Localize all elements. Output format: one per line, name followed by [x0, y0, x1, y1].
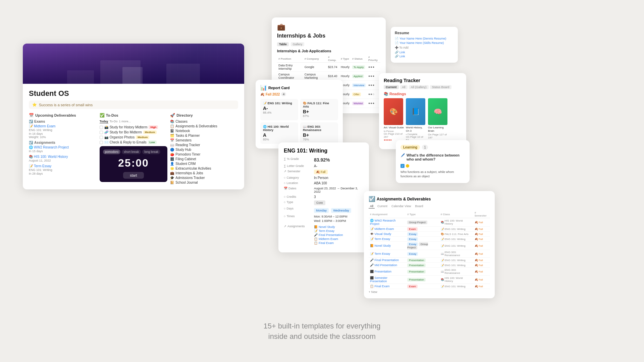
course-eng303: 📖 ENG 303: Renaissance B+ 76%	[300, 122, 338, 144]
dir-crm[interactable]: 👤 Student CRM	[170, 162, 238, 166]
semester-text: Fall 2022	[266, 93, 280, 96]
assign-row-5: 📙 Novel Study Essay Group Project 📝 ENG …	[369, 242, 490, 250]
col-status: # Status	[351, 55, 367, 63]
assign-tab-current[interactable]: Current	[376, 204, 389, 208]
category-value: In Person	[314, 176, 328, 180]
assign-item-ww2: 🌐 WW2 Research Project In 15 days	[29, 145, 97, 153]
assign-name-8: 🎤 Mid Presentation	[369, 263, 406, 268]
resume-item-2[interactable]: 📄 Your Name Here (Skills Resume)	[395, 41, 454, 45]
tab-todo[interactable]: To-Do	[110, 120, 118, 123]
dir-filing[interactable]: 🗄️ Filing Cabinet	[170, 157, 238, 161]
dir-tasks[interactable]: 🗂️ Tasks & Planner	[170, 134, 238, 137]
assign-item-his: 📚 HIS 100: World History August 11, 2022	[29, 155, 97, 162]
todo-bio-label: Study for Bio Midterm	[110, 130, 142, 134]
pomodoro-box: pomodoro short break long break 25:00 st…	[100, 146, 168, 182]
cat-icon: ○	[284, 176, 285, 179]
assignments-subheader: ☑️ Assignments	[29, 141, 97, 144]
col-priority: # Priority	[367, 55, 380, 63]
dir-extracurricular[interactable]: 🌟 Extracurricular Activities	[170, 167, 238, 170]
dir-pomodoro[interactable]: 🍅 Pomodoro Timer	[170, 153, 238, 156]
essay-title: 📝 Term Essay	[29, 164, 97, 168]
pomodoro-start-button[interactable]: start	[123, 172, 144, 179]
assign-novel[interactable]: 📙 Novel Study	[314, 225, 343, 229]
arr-icon: ↗	[284, 225, 286, 228]
assign-sem-5: 🍂 Fall	[473, 242, 490, 250]
dir-journal[interactable]: 📔 School Journal	[170, 181, 238, 184]
assign-midterm[interactable]: 📋 Midterm Exam	[314, 237, 343, 241]
read-tab-board[interactable]: Status Board	[430, 85, 451, 89]
book-cover-3: 🧠	[428, 98, 447, 125]
assign-final-exam[interactable]: 📋 Final Exam	[314, 241, 343, 245]
tab-today[interactable]: Today	[100, 120, 108, 123]
eng-pct-row: ∑ % Grade 83.92%	[284, 157, 364, 163]
todo-check-bio[interactable]	[100, 131, 103, 134]
loc-icon: ○	[284, 181, 285, 185]
dir-classes[interactable]: 📚 Classes	[170, 120, 238, 123]
read-tab-current[interactable]: Current	[384, 85, 399, 89]
assign-name-2: 📝 Midterm Exam	[369, 227, 406, 232]
int-pos-1: Data Entry Internship	[277, 63, 303, 72]
class-icon-7: 📝	[441, 259, 444, 262]
dir-classes-icon: 📚	[170, 120, 174, 123]
dir-study-hub[interactable]: 🔵 Study Hub	[170, 148, 238, 152]
assign-sem-9: 🍂 Fall	[473, 268, 490, 276]
todo-check[interactable]	[100, 126, 103, 129]
dir-internships[interactable]: 💼 Internships & Jobs	[170, 171, 238, 175]
assign-tab-calendar[interactable]: Calendar View	[390, 204, 412, 208]
plus-icon: ➕	[395, 46, 398, 49]
int-tab-table[interactable]: Table	[277, 42, 289, 46]
sem-icon: ↗	[284, 170, 286, 173]
pomo-tab-short[interactable]: short break	[122, 149, 141, 154]
assign-tab-all[interactable]: All	[369, 204, 375, 208]
directory-section: 🚀 Directory 📚 Classes 📋 Assignments & De…	[170, 113, 238, 185]
assignments-label: Assignments	[34, 141, 55, 144]
read-tab-all[interactable]: All	[400, 85, 408, 89]
pomo-tab-pomo[interactable]: pomodoro	[103, 149, 121, 154]
pct-icon: ∑	[284, 157, 286, 161]
assign-type-8: Presentation	[406, 263, 439, 268]
checkbox-icon: ✅	[100, 113, 105, 118]
assign-class-11: 📝 ENG 101: Writing	[439, 284, 473, 289]
todo-emails: ✉️ Check & Reply to Emails Low	[100, 140, 168, 144]
tab-more[interactable]: 1 more...	[119, 120, 131, 123]
resume-link-1[interactable]: 🔗 Link	[395, 51, 454, 54]
assign-row-7: 🎤 Final Presentation Presentation 📝 ENG …	[369, 258, 490, 263]
upcoming-header: 📅 Upcoming Deliverables	[29, 113, 97, 118]
int-co-2: Campus Marketing	[303, 72, 327, 81]
todo-history-icon: 📸	[104, 125, 108, 129]
book-progress-1: On Page 210 of 267	[384, 132, 404, 138]
course-name-3: 🌐 HIS 100: World History	[263, 125, 296, 132]
dir-reading[interactable]: 📖 Reading Tracker	[170, 143, 238, 147]
assign-term[interactable]: 📝 Term Essay	[314, 229, 343, 233]
student-os-card: Student OS ⭐ Success is a series of smal…	[23, 44, 244, 189]
assign-final-pres[interactable]: 🎤 Final Presentation	[314, 233, 343, 237]
new-row-button[interactable]: + New	[369, 290, 490, 294]
col-position: # Position	[277, 55, 303, 63]
dates-value: August 23, 2022 → December 3, 2022	[314, 187, 364, 193]
assign-sem-4: 🍂 Fall	[473, 237, 490, 242]
dir-notebook[interactable]: 📓 Notebook	[170, 129, 238, 133]
dir-assign-icon: 📋	[170, 124, 174, 128]
assign-tabs: All Current Calendar View Board	[369, 204, 490, 208]
assign-table: # Assignment # Type # Class # Semester 🌐…	[369, 210, 490, 289]
todo-bio-icon: 🧬	[104, 130, 108, 134]
dir-assignments[interactable]: 📋 Assignments & Deliverables	[170, 124, 238, 128]
directory-header: 🚀 Directory	[170, 113, 238, 118]
eng-type-row: ○ Type Core	[284, 200, 364, 205]
read-tab-gallery[interactable]: All (Gallery)	[409, 85, 429, 89]
assign-sem-8: 🍂 Fall	[473, 263, 490, 268]
int-tab-gallery[interactable]: Gallery	[291, 42, 305, 46]
assign-name-9: ⬛ Presentation	[369, 268, 406, 276]
exams-subheader: ☑️ Exams	[29, 120, 97, 123]
assign-class-6: 📖 ENG 303: Renaissance	[439, 250, 473, 258]
pomo-tab-long[interactable]: long break	[142, 149, 160, 154]
todo-check-photos[interactable]	[100, 136, 103, 139]
class-icon-1: 📚	[441, 221, 444, 224]
todo-check-emails[interactable]	[100, 141, 103, 144]
dir-admissions[interactable]: 🎓 Admissions Tracker	[170, 176, 238, 180]
dir-semesters[interactable]: 📅 Semesters	[170, 138, 238, 142]
resume-link-2[interactable]: 🔗 Link	[395, 55, 454, 58]
assign-tab-board[interactable]: Board	[414, 204, 424, 208]
resume-item-1[interactable]: 📄 Your Name Here (Dennis Resume)	[395, 37, 454, 40]
semester-value: 🍂 Fall	[314, 170, 328, 174]
